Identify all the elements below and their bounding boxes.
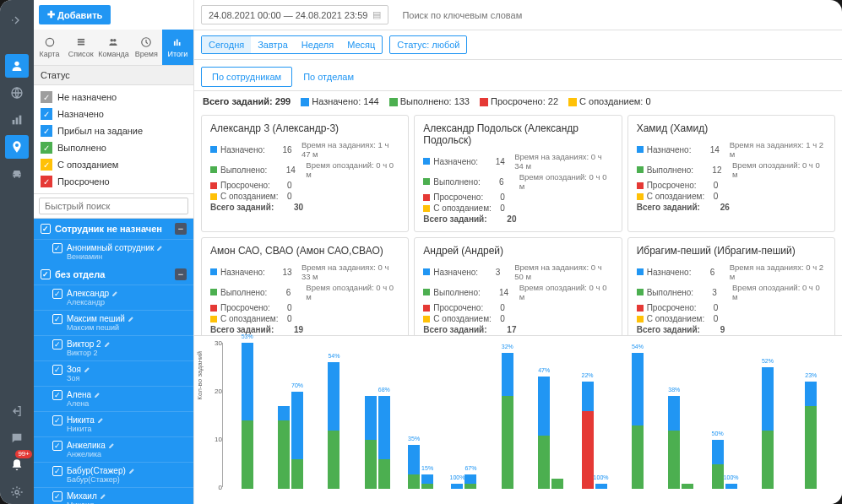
employee-cards: Александр 3 (Александр-3)Назначено:16Вре… <box>194 111 842 335</box>
checkbox-icon: ✓ <box>52 491 62 501</box>
collapse-icon[interactable]: − <box>175 223 187 235</box>
svg-point-11 <box>113 39 117 42</box>
bar[interactable]: 54% <box>632 353 644 489</box>
calendar-icon: ▤ <box>372 9 381 20</box>
tree-item[interactable]: ✓Никита Никита <box>34 411 193 436</box>
tree-item[interactable]: ✓Михаил Михаил <box>34 487 193 504</box>
bar[interactable]: 54% <box>328 362 340 489</box>
employee-card[interactable]: Ибрагим-пеший (Ибрагим-пеший)Назначено:6… <box>627 237 835 335</box>
checkbox-icon: ✓ <box>52 243 62 253</box>
svg-rect-2 <box>13 120 15 124</box>
employee-card[interactable]: Александр Подольск (Александр Подольск)Н… <box>414 115 622 232</box>
bar[interactable]: 53% <box>242 343 253 489</box>
user-icon[interactable] <box>5 54 29 78</box>
status-item[interactable]: ✓Назначено <box>34 106 193 122</box>
svg-point-10 <box>111 39 114 42</box>
bar[interactable]: 100% <box>451 484 463 489</box>
card-title: Хамид (Хамид) <box>637 122 826 134</box>
tree-group-header[interactable]: ✓Сотрудник не назначен− <box>34 219 193 239</box>
tree-item[interactable]: ✓Бабур(Стажер) Бабур(Стажер) <box>34 462 193 487</box>
card-title: Ибрагим-пеший (Ибрагим-пеший) <box>637 245 826 257</box>
summary-bar: Всего заданий: 299Назначено: 144Выполнен… <box>194 91 842 111</box>
bar-group: 68% <box>356 343 398 489</box>
bar[interactable]: 35% <box>408 445 420 489</box>
employee-card[interactable]: Александр 3 (Александр-3)Назначено:16Вре… <box>201 115 409 232</box>
tree-item[interactable]: ✓Анжелика Анжелика <box>34 436 193 462</box>
bar[interactable]: 50% <box>712 440 724 489</box>
tree-item[interactable]: ✓Алена Алена <box>34 386 193 411</box>
y-axis: 0102030 <box>216 343 223 487</box>
status-filter[interactable]: Статус: любой <box>389 35 467 54</box>
tree-item[interactable]: ✓Александр Александр <box>34 285 193 310</box>
message-icon[interactable] <box>5 426 29 450</box>
bar-group: 35%15% <box>399 343 441 489</box>
tree-item[interactable]: ✓Виктор 2 Виктор 2 <box>34 335 193 360</box>
globe-icon[interactable] <box>5 81 29 105</box>
bar[interactable]: 22% <box>582 382 594 489</box>
checkbox-icon: ✓ <box>41 125 52 137</box>
status-item[interactable]: ✓С опозданием <box>34 156 193 173</box>
bar[interactable]: 23% <box>805 382 817 489</box>
employee-card[interactable]: Хамид (Хамид)Назначено:14Время на задани… <box>627 115 835 232</box>
bar[interactable]: 67% <box>464 474 476 489</box>
bar[interactable] <box>365 396 377 489</box>
side-tab-3[interactable]: Время <box>131 30 162 65</box>
add-button[interactable]: ✚Добавить <box>39 5 111 24</box>
date-range-picker[interactable]: 24.08.2021 00:00 — 24.08.2021 23:59▤ <box>201 5 388 24</box>
status-item[interactable]: ✓Выполнено <box>34 139 193 156</box>
view-tab-0[interactable]: По сотрудникам <box>201 67 292 87</box>
collapse-icon[interactable]: − <box>175 268 187 280</box>
quick-search-input[interactable] <box>39 198 188 214</box>
tree-group-header[interactable]: ✓без отдела− <box>34 264 193 285</box>
bar[interactable]: 100% <box>725 484 737 489</box>
bar[interactable]: 32% <box>502 353 513 489</box>
bar-group: 23% <box>790 343 832 489</box>
keyword-search-input[interactable] <box>395 7 835 24</box>
bar[interactable]: 68% <box>378 396 390 489</box>
bar[interactable]: 15% <box>421 474 433 489</box>
bar[interactable]: 38% <box>668 396 680 489</box>
bar[interactable] <box>278 406 290 489</box>
exit-icon[interactable] <box>5 399 29 423</box>
tree-item[interactable]: ✓Максим пеший Максим пеший <box>34 310 193 335</box>
side-tab-1[interactable]: Список <box>65 30 96 65</box>
side-tab-4[interactable]: Итоги <box>162 30 193 65</box>
bar[interactable]: 52% <box>762 367 774 489</box>
employee-card[interactable]: Андрей (Андрей)Назначено:3Время на задан… <box>414 237 622 335</box>
menu-icon[interactable] <box>5 8 29 32</box>
location-icon[interactable] <box>5 135 29 159</box>
bar[interactable]: 70% <box>291 392 303 489</box>
app-frame: 99+ ✚Добавить КартаСписокКомандаВремяИто… <box>0 0 842 504</box>
bar-group: 54% <box>617 343 658 489</box>
view-tab-1[interactable]: По отделам <box>292 67 365 87</box>
tree-item[interactable]: ✓Анонимный сотрудник Вениамин <box>34 239 193 264</box>
date-quick-0[interactable]: Сегодня <box>202 36 251 53</box>
edit-icon <box>94 391 101 398</box>
chart-icon[interactable] <box>5 108 29 132</box>
side-tab-0[interactable]: Карта <box>34 30 65 65</box>
status-item[interactable]: ✓Просрочено <box>34 173 193 190</box>
employee-card[interactable]: Амон САО, СВАО (Амон САО,СВАО)Назначено:… <box>201 237 409 335</box>
bar[interactable]: 47% <box>538 377 550 489</box>
bar-group: 100%67% <box>443 343 485 489</box>
edit-icon <box>128 315 135 322</box>
tree-item[interactable]: ✓Зоя Зоя <box>34 360 193 386</box>
edit-icon <box>108 442 116 449</box>
card-title: Александр Подольск (Александр Подольск) <box>423 122 612 146</box>
date-quick-2[interactable]: Неделя <box>295 36 340 53</box>
bell-icon[interactable]: 99+ <box>5 453 29 477</box>
side-tab-2[interactable]: Команда <box>96 30 131 65</box>
main-panel: 24.08.2021 00:00 — 24.08.2021 23:59▤ Сег… <box>194 0 842 504</box>
status-item[interactable]: ✓Прибыл на задание <box>34 122 193 139</box>
gear-icon[interactable] <box>5 480 29 504</box>
status-item[interactable]: ✓Не назначено <box>34 89 193 106</box>
date-quick-1[interactable]: Завтра <box>251 36 295 53</box>
status-list: ✓Не назначено✓Назначено✓Прибыл на задани… <box>34 85 193 193</box>
bar[interactable] <box>682 484 693 489</box>
svg-rect-4 <box>19 116 22 125</box>
bar[interactable] <box>551 479 563 489</box>
date-quick-3[interactable]: Месяц <box>340 36 382 53</box>
bar[interactable]: 100% <box>595 484 607 489</box>
svg-point-0 <box>14 62 19 66</box>
car-icon[interactable] <box>5 162 29 186</box>
